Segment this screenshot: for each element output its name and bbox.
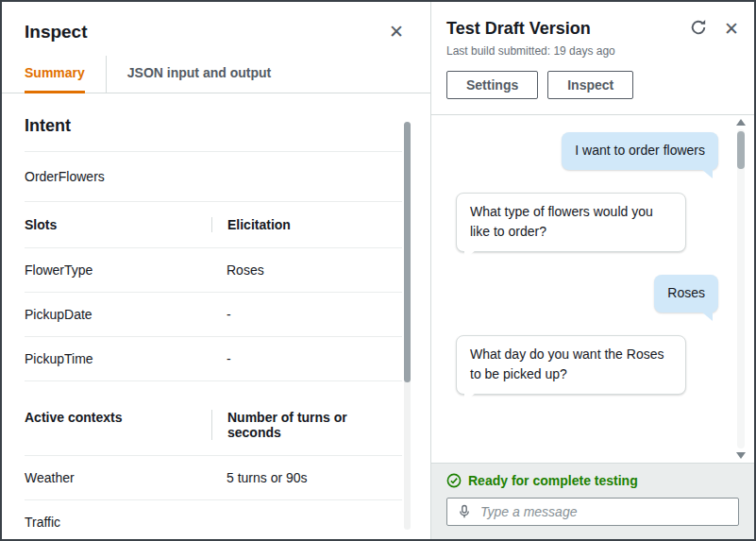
inspect-scrollbar[interactable] [404,122,411,530]
microphone-icon [457,504,472,519]
status-text: Ready for complete testing [468,473,638,488]
chat-message-bot: What type of flowers would you like to o… [456,193,686,252]
table-row: PickupTime - [25,337,402,381]
message-input[interactable] [480,504,729,519]
table-row: FlowerType Roses [25,248,402,293]
lex-test-window: Inspect ✕ Summary JSON input and output … [0,0,756,541]
slots-column-header: Slots [25,217,211,232]
scroll-down-arrow-icon[interactable] [736,452,746,459]
test-close-button[interactable]: ✕ [722,18,741,40]
turns-column-header: Number of turns or seconds [211,410,381,440]
status-line: Ready for complete testing [446,473,739,488]
test-header-icons: ✕ [688,17,741,41]
chat-message-user: I want to order flowers [562,132,718,170]
inspect-content: Intent OrderFlowers Slots Elicitation Fl… [2,93,430,539]
table-row: PickupDate - [25,293,402,337]
slot-name: PickupDate [25,307,211,322]
context-value: 5 turns or 90s [211,470,402,485]
tab-summary[interactable]: Summary [25,56,106,93]
close-icon: ✕ [724,19,739,39]
inspect-header: Inspect ✕ [2,2,430,56]
intent-value: OrderFlowers [25,152,402,202]
last-build-text: Last build submitted: 19 days ago [431,42,754,67]
chat-scrollbar-track[interactable] [737,129,745,448]
context-name: Weather [25,470,211,485]
tab-json-input-output[interactable]: JSON input and output [106,56,292,93]
elicitation-column-header: Elicitation [211,217,402,232]
slot-value: - [211,307,402,322]
slot-value: Roses [211,262,402,278]
chat-scrollbar[interactable] [735,119,747,459]
slot-name: FlowerType [25,262,211,278]
settings-button[interactable]: Settings [446,71,538,99]
intent-heading: Intent [25,99,402,152]
chat-area: I want to order flowers What type of flo… [431,115,754,463]
microphone-button[interactable] [457,504,472,519]
refresh-button[interactable] [688,17,709,41]
inspect-button[interactable]: Inspect [547,71,633,99]
inspect-panel: Inspect ✕ Summary JSON input and output … [2,2,431,539]
active-contexts-column-header: Active contexts [25,410,211,425]
table-row: Traffic [25,500,402,539]
slot-value: - [211,351,402,366]
inspect-close-button[interactable]: ✕ [387,21,406,42]
test-panel: Test Draft Version ✕ Last build submitte… [431,2,754,539]
chat-message-bot: What day do you want the Roses to be pic… [456,335,686,395]
test-panel-title: Test Draft Version [446,19,688,39]
contexts-table-header: Active contexts Number of turns or secon… [25,381,402,456]
check-circle-icon [446,473,462,488]
test-header: Test Draft Version ✕ [431,2,754,42]
inspect-tabs: Summary JSON input and output [2,56,430,93]
refresh-icon [690,20,707,40]
table-row: Weather 5 turns or 90s [25,456,402,500]
slot-name: PickupTime [25,351,211,366]
chat-message-user: Roses [654,275,718,313]
slots-table-header: Slots Elicitation [25,202,402,248]
test-actions: Settings Inspect [431,67,754,115]
message-input-wrap [446,498,739,526]
context-name: Traffic [25,515,211,530]
chat-footer: Ready for complete testing [431,463,754,539]
scroll-up-arrow-icon[interactable] [736,119,746,126]
chat-scrollbar-thumb[interactable] [737,131,745,169]
close-icon: ✕ [389,22,404,42]
inspect-scrollbar-thumb[interactable] [404,122,411,382]
inspect-panel-title: Inspect [25,22,88,42]
